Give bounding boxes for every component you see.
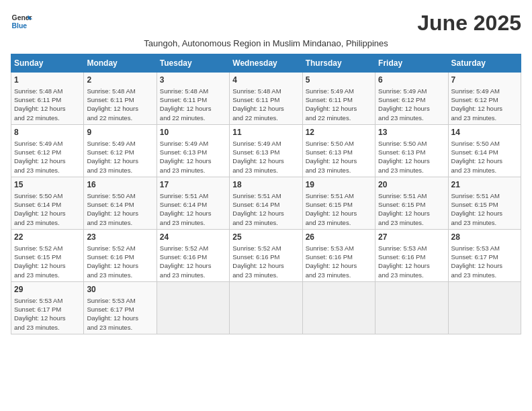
day-info: Sunrise: 5:50 AM Sunset: 6:14 PM Dayligh… <box>14 191 81 227</box>
day-info: Sunrise: 5:48 AM Sunset: 6:11 PM Dayligh… <box>87 87 153 122</box>
calendar-cell: 1Sunrise: 5:48 AM Sunset: 6:11 PM Daylig… <box>11 73 84 125</box>
calendar-cell: 2Sunrise: 5:48 AM Sunset: 6:11 PM Daylig… <box>84 73 157 125</box>
calendar-table: SundayMondayTuesdayWednesdayThursdayFrid… <box>11 54 521 334</box>
day-info: Sunrise: 5:51 AM Sunset: 6:15 PM Dayligh… <box>306 191 372 227</box>
calendar-cell <box>302 281 375 334</box>
day-number: 11 <box>232 127 299 138</box>
calendar-cell: 26Sunrise: 5:53 AM Sunset: 6:16 PM Dayli… <box>302 229 375 281</box>
calendar-cell <box>230 281 302 334</box>
week-row-3: 22Sunrise: 5:52 AM Sunset: 6:15 PM Dayli… <box>11 229 521 281</box>
day-number: 3 <box>160 75 226 86</box>
calendar-cell: 18Sunrise: 5:51 AM Sunset: 6:14 PM Dayli… <box>230 177 302 229</box>
day-info: Sunrise: 5:50 AM Sunset: 6:14 PM Dayligh… <box>87 191 153 227</box>
calendar-cell: 21Sunrise: 5:51 AM Sunset: 6:15 PM Dayli… <box>448 177 521 229</box>
day-number: 29 <box>14 284 81 295</box>
calendar-cell: 12Sunrise: 5:50 AM Sunset: 6:13 PM Dayli… <box>302 124 375 177</box>
day-header-tuesday: Tuesday <box>157 54 229 73</box>
day-info: Sunrise: 5:48 AM Sunset: 6:11 PM Dayligh… <box>232 87 299 122</box>
day-info: Sunrise: 5:49 AM Sunset: 6:12 PM Dayligh… <box>87 139 153 175</box>
day-number: 27 <box>378 232 445 243</box>
day-number: 28 <box>451 232 518 243</box>
day-number: 26 <box>306 232 372 243</box>
day-info: Sunrise: 5:49 AM Sunset: 6:12 PM Dayligh… <box>14 139 81 175</box>
day-number: 7 <box>451 75 518 86</box>
day-number: 17 <box>160 179 226 191</box>
day-info: Sunrise: 5:52 AM Sunset: 6:16 PM Dayligh… <box>87 244 153 279</box>
day-number: 6 <box>378 75 445 86</box>
calendar-cell <box>157 281 229 334</box>
calendar-cell: 9Sunrise: 5:49 AM Sunset: 6:12 PM Daylig… <box>84 124 157 177</box>
week-row-1: 8Sunrise: 5:49 AM Sunset: 6:12 PM Daylig… <box>11 124 521 177</box>
calendar-cell: 10Sunrise: 5:49 AM Sunset: 6:13 PM Dayli… <box>157 124 229 177</box>
day-number: 20 <box>378 179 445 191</box>
day-info: Sunrise: 5:48 AM Sunset: 6:11 PM Dayligh… <box>14 87 81 122</box>
calendar-cell: 25Sunrise: 5:52 AM Sunset: 6:16 PM Dayli… <box>230 229 302 281</box>
header: General Blue June 2025 <box>11 11 521 36</box>
calendar-cell: 15Sunrise: 5:50 AM Sunset: 6:14 PM Dayli… <box>11 177 84 229</box>
day-number: 16 <box>87 179 153 191</box>
calendar-cell: 29Sunrise: 5:53 AM Sunset: 6:17 PM Dayli… <box>11 281 84 334</box>
day-number: 25 <box>232 232 299 243</box>
day-number: 13 <box>378 127 445 138</box>
day-info: Sunrise: 5:48 AM Sunset: 6:11 PM Dayligh… <box>160 87 226 122</box>
day-info: Sunrise: 5:49 AM Sunset: 6:13 PM Dayligh… <box>160 139 226 175</box>
day-number: 4 <box>232 75 299 86</box>
calendar-cell: 16Sunrise: 5:50 AM Sunset: 6:14 PM Dayli… <box>84 177 157 229</box>
day-info: Sunrise: 5:49 AM Sunset: 6:12 PM Dayligh… <box>378 87 445 122</box>
calendar-cell: 8Sunrise: 5:49 AM Sunset: 6:12 PM Daylig… <box>11 124 84 177</box>
day-info: Sunrise: 5:52 AM Sunset: 6:16 PM Dayligh… <box>160 244 226 279</box>
calendar-cell: 6Sunrise: 5:49 AM Sunset: 6:12 PM Daylig… <box>375 73 448 125</box>
calendar-cell: 13Sunrise: 5:50 AM Sunset: 6:13 PM Dayli… <box>375 124 448 177</box>
week-row-0: 1Sunrise: 5:48 AM Sunset: 6:11 PM Daylig… <box>11 73 521 125</box>
calendar-cell: 14Sunrise: 5:50 AM Sunset: 6:14 PM Dayli… <box>448 124 521 177</box>
calendar-cell: 19Sunrise: 5:51 AM Sunset: 6:15 PM Dayli… <box>302 177 375 229</box>
day-number: 21 <box>451 179 518 191</box>
day-number: 30 <box>87 284 153 295</box>
calendar-cell: 7Sunrise: 5:49 AM Sunset: 6:12 PM Daylig… <box>448 73 521 125</box>
day-info: Sunrise: 5:49 AM Sunset: 6:12 PM Dayligh… <box>451 87 518 122</box>
day-number: 8 <box>14 127 81 138</box>
day-number: 23 <box>87 232 153 243</box>
day-number: 15 <box>14 179 81 191</box>
day-number: 18 <box>232 179 299 191</box>
day-number: 22 <box>14 232 81 243</box>
day-info: Sunrise: 5:53 AM Sunset: 6:17 PM Dayligh… <box>14 296 81 332</box>
month-title: June 2025 <box>417 11 521 36</box>
calendar-cell <box>448 281 521 334</box>
svg-text:Blue: Blue <box>12 22 28 30</box>
day-info: Sunrise: 5:53 AM Sunset: 6:17 PM Dayligh… <box>87 296 153 332</box>
day-number: 1 <box>14 75 81 86</box>
day-number: 10 <box>160 127 226 138</box>
day-info: Sunrise: 5:53 AM Sunset: 6:17 PM Dayligh… <box>451 244 518 279</box>
day-info: Sunrise: 5:49 AM Sunset: 6:13 PM Dayligh… <box>232 139 299 175</box>
calendar-cell: 28Sunrise: 5:53 AM Sunset: 6:17 PM Dayli… <box>448 229 521 281</box>
day-info: Sunrise: 5:50 AM Sunset: 6:14 PM Dayligh… <box>451 139 518 175</box>
day-header-saturday: Saturday <box>448 54 521 73</box>
day-info: Sunrise: 5:53 AM Sunset: 6:16 PM Dayligh… <box>378 244 445 279</box>
calendar-cell: 30Sunrise: 5:53 AM Sunset: 6:17 PM Dayli… <box>84 281 157 334</box>
day-header-friday: Friday <box>375 54 448 73</box>
calendar-cell <box>375 281 448 334</box>
day-number: 12 <box>306 127 372 138</box>
calendar-header-row: SundayMondayTuesdayWednesdayThursdayFrid… <box>11 54 521 73</box>
calendar-cell: 5Sunrise: 5:49 AM Sunset: 6:11 PM Daylig… <box>302 73 375 125</box>
day-info: Sunrise: 5:50 AM Sunset: 6:13 PM Dayligh… <box>378 139 445 175</box>
day-info: Sunrise: 5:51 AM Sunset: 6:15 PM Dayligh… <box>378 191 445 227</box>
day-number: 24 <box>160 232 226 243</box>
day-number: 14 <box>451 127 518 138</box>
calendar-body: 1Sunrise: 5:48 AM Sunset: 6:11 PM Daylig… <box>11 73 521 334</box>
day-number: 19 <box>306 179 372 191</box>
logo-icon: General Blue <box>11 11 32 32</box>
day-header-monday: Monday <box>84 54 157 73</box>
calendar-cell: 23Sunrise: 5:52 AM Sunset: 6:16 PM Dayli… <box>84 229 157 281</box>
week-row-2: 15Sunrise: 5:50 AM Sunset: 6:14 PM Dayli… <box>11 177 521 229</box>
calendar-cell: 17Sunrise: 5:51 AM Sunset: 6:14 PM Dayli… <box>157 177 229 229</box>
calendar-cell: 22Sunrise: 5:52 AM Sunset: 6:15 PM Dayli… <box>11 229 84 281</box>
week-row-4: 29Sunrise: 5:53 AM Sunset: 6:17 PM Dayli… <box>11 281 521 334</box>
day-info: Sunrise: 5:53 AM Sunset: 6:16 PM Dayligh… <box>306 244 372 279</box>
day-info: Sunrise: 5:52 AM Sunset: 6:15 PM Dayligh… <box>14 244 81 279</box>
calendar-cell: 20Sunrise: 5:51 AM Sunset: 6:15 PM Dayli… <box>375 177 448 229</box>
day-info: Sunrise: 5:49 AM Sunset: 6:11 PM Dayligh… <box>306 87 372 122</box>
logo: General Blue <box>11 11 32 32</box>
day-info: Sunrise: 5:51 AM Sunset: 6:14 PM Dayligh… <box>160 191 226 227</box>
